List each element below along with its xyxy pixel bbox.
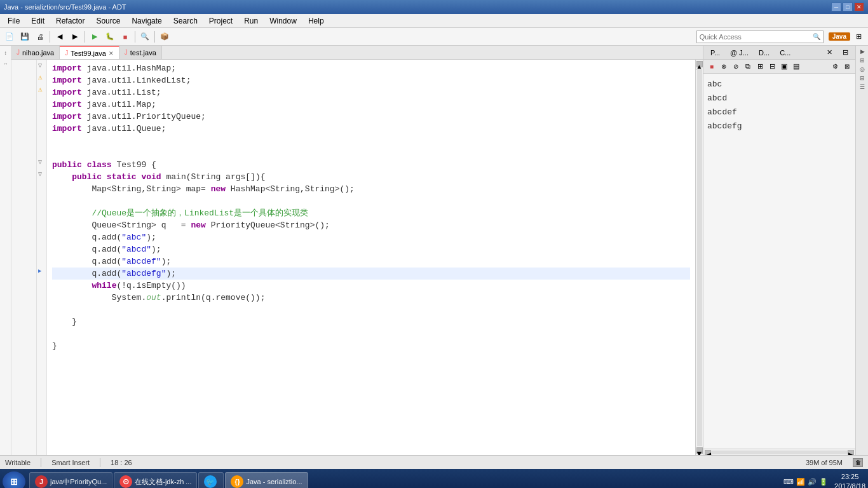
rpanel-tab-j[interactable]: @ J... xyxy=(726,48,753,58)
rpanel-prop1[interactable]: ⊞ xyxy=(754,61,766,72)
menu-run[interactable]: Run xyxy=(239,14,263,27)
quick-access-box[interactable]: 🔍 xyxy=(696,30,824,43)
close-button[interactable]: ✕ xyxy=(854,3,864,11)
rpanel-settings[interactable]: ⚙ xyxy=(829,61,841,72)
toolbar-perspective-list[interactable]: ⊞ xyxy=(851,30,865,44)
menu-navigate[interactable]: Navigate xyxy=(126,14,166,27)
menu-window[interactable]: Window xyxy=(264,14,302,27)
toolbar-sep-3 xyxy=(135,31,135,43)
code-line-6: import java.util.Queue; xyxy=(52,123,690,135)
warning-icon-2: ⚠ xyxy=(38,84,43,96)
rpanel-stop[interactable]: ⊗ xyxy=(718,61,729,72)
tab-label-test: test.java xyxy=(130,49,156,57)
rpanel-tab-c[interactable]: C... xyxy=(775,48,795,58)
rpanel-hscroll[interactable]: ◀ ▶ xyxy=(703,449,855,455)
gc-button[interactable]: 🗑 xyxy=(853,458,863,467)
menu-file[interactable]: File xyxy=(3,14,25,27)
toolbar-back[interactable]: ◀ xyxy=(53,30,67,44)
toolbar-forward[interactable]: ▶ xyxy=(68,30,82,44)
quick-access-input[interactable] xyxy=(700,33,813,41)
rpanel-prop4[interactable]: ▤ xyxy=(790,61,802,72)
right-panel-toolbar: ■ ⊗ ⊘ ⧉ ⊞ ⊟ ▣ ▤ ⚙ ⊠ xyxy=(703,60,855,74)
clock-time: 23:25 xyxy=(834,472,865,482)
collapse-marker-2[interactable]: ▽ xyxy=(38,156,42,168)
rpanel-pause[interactable]: ⊘ xyxy=(730,61,742,72)
toolbar-search[interactable]: 🔍 xyxy=(138,30,152,44)
systray: ⌨ 📶 🔊 🔋 xyxy=(778,478,833,486)
menu-project[interactable]: Project xyxy=(204,14,238,27)
toolbar-stop[interactable]: ■ xyxy=(118,30,132,44)
taskbar-item-eclipse[interactable]: {} Java - serializtio... xyxy=(225,472,308,488)
tab-nihao-java[interactable]: J nihao.java xyxy=(11,46,60,59)
status-position: 18 : 26 xyxy=(111,459,132,466)
menu-source[interactable]: Source xyxy=(91,14,125,27)
minimize-button[interactable]: ─ xyxy=(831,3,841,11)
toolbar-print[interactable]: 🖨 xyxy=(33,30,47,44)
taskbar-label-java-priority: java中PriorityQu... xyxy=(50,477,107,487)
toolbar-debug[interactable]: 🐛 xyxy=(103,30,117,44)
collapse-marker-3[interactable]: ▽ xyxy=(38,168,42,180)
code-line-21 xyxy=(52,304,690,316)
code-line-17: q.add("abcdef"); xyxy=(52,255,690,268)
window-title: Java - serializtion/src/Test99.java - AD… xyxy=(4,3,126,11)
tab-test99-java[interactable]: J Test99.java ✕ xyxy=(60,46,119,59)
toolbar-open-type[interactable]: 📦 xyxy=(158,30,172,44)
taskbar-icon-java-priority: J xyxy=(35,475,48,488)
menu-help[interactable]: Help xyxy=(303,14,329,27)
toolbar-save[interactable]: 💾 xyxy=(18,30,32,44)
menu-edit[interactable]: Edit xyxy=(26,14,50,27)
tab-label-test99: Test99.java xyxy=(71,50,106,57)
rpanel-tab-close[interactable]: ✕ xyxy=(822,47,837,58)
taskbar-clock[interactable]: 23:25 2017/8/18 xyxy=(834,472,865,488)
rpanel-tab-p[interactable]: P... xyxy=(706,48,724,58)
right-panel-tabs: P... @ J... D... C... ✕ ⊟ xyxy=(703,46,855,60)
code-line-13: //Queue是一个抽象的，LinkedList是一个具体的实现类 xyxy=(52,207,690,219)
taskbar-item-twitter[interactable]: 🐦 xyxy=(198,472,224,488)
code-line-2: import java.util.LinkedList; xyxy=(52,74,690,86)
taskbar-item-java-priority[interactable]: J java中PriorityQu... xyxy=(29,472,112,488)
taskbar-item-chrome[interactable]: ⊙ 在线文档-jdk-zh ... xyxy=(114,472,197,488)
scroll-down-arrow[interactable]: ▼ xyxy=(696,447,703,454)
toolbar-new[interactable]: 📄 xyxy=(3,30,17,44)
tab-close-test99[interactable]: ✕ xyxy=(109,50,114,57)
code-line-16: q.add("abcd"); xyxy=(52,243,690,255)
start-button[interactable]: ⊞ xyxy=(3,471,25,488)
toolbar-sep-2 xyxy=(85,31,85,43)
rpanel-scroll-right[interactable]: ▶ xyxy=(848,450,854,455)
code-line-14: Queue<String> q = new PriorityQueue<Stri… xyxy=(52,219,690,231)
tab-test-java[interactable]: J test.java xyxy=(119,46,162,59)
sidebar-icon-5[interactable]: ☰ xyxy=(860,84,865,90)
gutter-toggle-1[interactable]: ↕ xyxy=(1,48,10,57)
rpanel-expand[interactable]: ⊠ xyxy=(841,61,853,72)
sidebar-icon-2[interactable]: ⊞ xyxy=(860,57,865,64)
rpanel-scroll-track[interactable] xyxy=(711,451,848,454)
tab-label-nihao: nihao.java xyxy=(22,49,54,57)
menu-refactor[interactable]: Refactor xyxy=(51,14,90,27)
scroll-track[interactable] xyxy=(697,69,702,446)
toolbar-run[interactable]: ▶ xyxy=(88,30,102,44)
output-line-4: abcdefg xyxy=(707,119,851,133)
systray-volume: 🔊 xyxy=(808,478,817,486)
code-editor[interactable]: ▽ ⚠ ⚠ ▽ ▽ ▶ import java.util.HashMap; xyxy=(11,60,703,455)
rpanel-run[interactable]: ■ xyxy=(706,61,717,72)
rpanel-copy[interactable]: ⧉ xyxy=(742,61,754,72)
gutter-toggle-2[interactable]: ↔ xyxy=(1,59,10,68)
taskbar-icon-eclipse: {} xyxy=(231,475,243,488)
rpanel-tab-menu[interactable]: ⊟ xyxy=(838,47,853,58)
code-line-1: import java.util.HashMap; xyxy=(52,62,690,74)
sidebar-icon-3[interactable]: ◎ xyxy=(860,66,865,72)
code-lines[interactable]: import java.util.HashMap; import java.ut… xyxy=(47,60,695,455)
sidebar-icon-1[interactable]: ▶ xyxy=(859,48,865,55)
rpanel-prop3[interactable]: ▣ xyxy=(778,61,790,72)
maximize-button[interactable]: □ xyxy=(843,3,853,11)
sidebar-icon-4[interactable]: ⊟ xyxy=(860,75,865,81)
rpanel-prop2[interactable]: ⊟ xyxy=(766,61,778,72)
collapse-marker-1[interactable]: ▽ xyxy=(38,60,42,72)
scroll-up-arrow[interactable]: ▲ xyxy=(696,61,703,67)
java-perspective-badge[interactable]: Java xyxy=(829,32,850,41)
rpanel-tab-d[interactable]: D... xyxy=(754,48,774,58)
menu-search[interactable]: Search xyxy=(168,14,203,27)
editor-vscroll[interactable]: ▲ ▼ xyxy=(695,60,703,455)
rpanel-scroll-left[interactable]: ◀ xyxy=(705,450,711,455)
code-line-10: public static void main(String args[]){ xyxy=(52,171,690,183)
